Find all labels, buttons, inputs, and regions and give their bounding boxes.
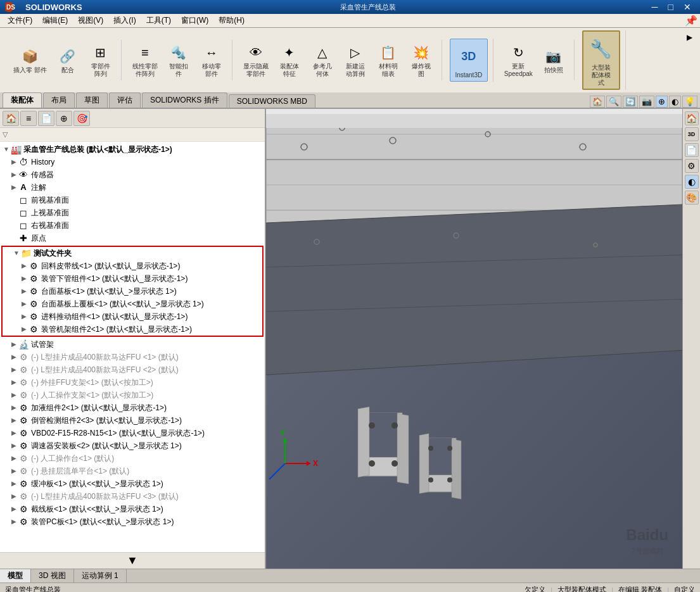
feature-tree[interactable]: ▼ 🏭 采血管生产线总装 (默认<默认_显示状态-1>) ▶ ⏱ History… <box>0 142 265 552</box>
history-expand[interactable]: ▶ <box>10 156 18 168</box>
menu-edit[interactable]: 编辑(E) <box>37 14 73 27</box>
test-folder-expand[interactable]: ▼ <box>13 248 20 259</box>
menu-insert[interactable]: 插入(I) <box>108 14 141 27</box>
panel-btn-list[interactable]: ≡ <box>20 111 37 126</box>
tree-item-tube-pc[interactable]: ▶ ⚙ 装管PC板<1> (默认<<默认_>显示状态 1>) <box>0 515 265 528</box>
ribbon-expand-btn[interactable]: ▶ <box>684 30 695 44</box>
regulator-expand[interactable]: ▶ <box>10 440 18 451</box>
test-rack-expand[interactable]: ▶ <box>10 339 18 350</box>
menu-tools[interactable]: 工具(T) <box>141 14 176 27</box>
sensor-expand[interactable]: ▶ <box>10 169 18 180</box>
vp-quick-home[interactable]: 🏠 <box>590 96 605 108</box>
tree-item-ffu-bracket[interactable]: ▶ ⚙ (-) 外挂FFU支架<1> (默认<按加工>) <box>0 376 265 389</box>
vbd-expand[interactable]: ▶ <box>10 427 18 439</box>
vp-quick-view[interactable]: ⊕ <box>656 96 668 108</box>
tree-item-top-plane[interactable]: ◻ 上视基准面 <box>0 206 265 219</box>
root-expand-icon[interactable]: ▼ <box>3 144 10 155</box>
invert-detect-expand[interactable]: ▶ <box>10 415 18 426</box>
manual-bracket-expand[interactable]: ▶ <box>10 389 18 401</box>
tree-item-origin[interactable]: ✚ 原点 <box>0 232 265 244</box>
ribbon-btn-update-speedpak[interactable]: ↻ 更新Speedpak <box>501 40 536 80</box>
feed-pusher-expand[interactable]: ▶ <box>20 311 28 322</box>
vsb-view[interactable]: ◐ <box>685 175 699 189</box>
tree-item-test-folder[interactable]: ▼ 📁 测试文件夹 <box>3 247 262 260</box>
tab-sw-mbd[interactable]: SOLIDWORKS MBD <box>229 94 315 108</box>
menu-file[interactable]: 文件(F) <box>3 14 37 27</box>
ribbon-btn-part-array[interactable]: ⊞ 零部件阵列 <box>86 40 116 80</box>
tree-item-history[interactable]: ▶ ⏱ History <box>0 156 265 168</box>
panel-scroll-down[interactable]: ▼ <box>0 552 265 569</box>
tree-item-front-plane[interactable]: ◻ 前视基准面 <box>0 194 265 206</box>
maximize-button[interactable]: □ <box>665 2 677 12</box>
tab-evaluate[interactable]: 评估 <box>109 92 141 108</box>
bottom-tab-model[interactable]: 模型 <box>0 569 31 583</box>
tree-item-laminar-flow[interactable]: ▶ ⚙ (-) 悬挂层流单平台<1> (默认) <box>0 465 265 477</box>
ribbon-btn-mate[interactable]: 🔗 配合 <box>53 44 83 77</box>
close-button[interactable]: ✕ <box>680 2 695 12</box>
tube-pc-expand[interactable]: ▶ <box>10 516 18 527</box>
ribbon-btn-snapshot[interactable]: 📷 拍快照 <box>538 44 569 77</box>
cut-wire-expand[interactable]: ▶ <box>10 503 18 515</box>
tree-item-invert-detect[interactable]: ▶ ⚙ 倒管检测组件2<3> (默认<默认_显示状态-1>) <box>0 414 265 427</box>
minimize-button[interactable]: ─ <box>648 2 662 12</box>
tree-item-feed-pusher[interactable]: ▶ ⚙ 进料推动组件<1> (默认<默认_显示状态-1>) <box>3 310 262 323</box>
vp-quick-lights[interactable]: 💡 <box>682 96 697 108</box>
tree-item-buffer-plate[interactable]: ▶ ⚙ 缓冲板<1> (默认<<默认_>显示状态 1>) <box>0 477 265 490</box>
tab-sw-plugins[interactable]: SOLIDWORKS 插件 <box>142 92 227 108</box>
tree-item-annotation[interactable]: ▶ A 注解 <box>0 181 265 194</box>
ffu-bracket-expand[interactable]: ▶ <box>10 377 18 388</box>
vp-quick-camera[interactable]: 📷 <box>639 96 654 108</box>
vp-quick-zoom[interactable]: 🔍 <box>606 96 621 108</box>
ribbon-btn-ref-geom[interactable]: △ 参考几何体 <box>307 40 338 80</box>
ribbon-btn-instant3d[interactable]: 3D Instant3D <box>450 39 488 82</box>
tree-item-manual-bracket[interactable]: ▶ ⚙ (-) 人工操作支架<1> (默认<按加工>) <box>0 389 265 401</box>
panel-btn-doc[interactable]: 📄 <box>38 111 54 126</box>
pin-icon[interactable]: 📌 <box>685 15 697 27</box>
vp-quick-display[interactable]: ◐ <box>669 96 681 108</box>
buffer-plate-expand[interactable]: ▶ <box>10 478 18 489</box>
panel-btn-cross[interactable]: ⊕ <box>56 111 72 126</box>
tree-item-tube-assembly[interactable]: ▶ ⚙ 装管下管组件<1> (默认<默认_显示状态-1>) <box>3 272 262 285</box>
vsb-color[interactable]: 🎨 <box>685 191 699 205</box>
l-type-1-expand[interactable]: ▶ <box>10 351 18 363</box>
vsb-home[interactable]: 🏠 <box>685 111 699 125</box>
laminar-flow-expand[interactable]: ▶ <box>10 465 18 477</box>
tree-item-liquid-assembly[interactable]: ▶ ⚙ 加液组件2<1> (默认<默认_显示状态-1>) <box>0 401 265 414</box>
tree-item-l-type-3[interactable]: ▶ ⚙ (-) L型挂片成品400新款马达FFU <3> (默认) <box>0 490 265 503</box>
ribbon-btn-explode[interactable]: 💥 爆炸视图 <box>406 40 436 80</box>
tab-layout[interactable]: 布局 <box>43 92 75 108</box>
annotation-expand[interactable]: ▶ <box>10 182 18 193</box>
panel-btn-home[interactable]: 🏠 <box>3 111 19 126</box>
l-type-3-expand[interactable]: ▶ <box>10 491 18 502</box>
vsb-file[interactable]: 📄 <box>685 143 699 157</box>
tree-item-base-plate[interactable]: ▶ ⚙ 台面基板<1> (默认<默认_>显示状态 1>) <box>3 285 262 298</box>
tube-assembly-expand[interactable]: ▶ <box>20 273 28 284</box>
ribbon-btn-large-assembly-mode[interactable]: 🔧 大型装配体模式 <box>582 30 620 90</box>
l-type-2-expand[interactable]: ▶ <box>10 364 18 375</box>
bottom-tab-motion[interactable]: 运动算例 1 <box>74 569 127 583</box>
menu-window[interactable]: 窗口(W) <box>176 14 213 27</box>
manual-table-expand[interactable]: ▶ <box>10 453 18 464</box>
viewport[interactable]: X Y Z 🏠 3D 📄 ⚙ ◐ 🎨 <box>266 109 700 569</box>
vp-quick-rotate[interactable]: 🔄 <box>623 96 638 108</box>
tree-item-l-type-2[interactable]: ▶ ⚙ (-) L型挂片成品400新款马达FFU <2> (默认) <box>0 363 265 376</box>
tree-item-right-plane[interactable]: ◻ 右视基准面 <box>0 219 265 232</box>
menu-view[interactable]: 视图(V) <box>73 14 108 27</box>
tree-item-manual-table[interactable]: ▶ ⚙ (-) 人工操作台<1> (默认) <box>0 452 265 465</box>
tree-item-belt-line[interactable]: ▶ ⚙ 回料皮带线<1> (默认<默认_显示状态-1>) <box>3 260 262 272</box>
ribbon-btn-show-hide[interactable]: 👁 显示隐藏零部件 <box>240 40 272 80</box>
tree-item-test-rack[interactable]: ▶ 🔬 试管架 <box>0 338 265 351</box>
liquid-assembly-expand[interactable]: ▶ <box>10 402 18 413</box>
vsb-3d[interactable]: 3D <box>685 127 699 141</box>
tab-sketch[interactable]: 草图 <box>76 92 108 108</box>
bottom-tab-3d-view[interactable]: 3D 视图 <box>31 569 74 583</box>
tree-root-item[interactable]: ▼ 🏭 采血管生产线总装 (默认<默认_显示状态-1>) <box>0 143 265 156</box>
vsb-settings[interactable]: ⚙ <box>685 159 699 173</box>
tree-item-top-cover[interactable]: ▶ ⚙ 台面基板上覆板<1> (默认<<默认_>显示状态 1>) <box>3 298 262 310</box>
ribbon-btn-assembly-feature[interactable]: ✦ 装配体特征 <box>274 40 305 80</box>
ribbon-btn-smart-fastener[interactable]: 🔩 智能扣件 <box>163 40 194 80</box>
tube-rack2-expand[interactable]: ▶ <box>20 324 28 335</box>
tree-item-sensor[interactable]: ▶ 👁 传感器 <box>0 168 265 181</box>
ribbon-btn-bom[interactable]: 📋 材料明细表 <box>373 40 404 80</box>
menu-help[interactable]: 帮助(H) <box>213 14 250 27</box>
